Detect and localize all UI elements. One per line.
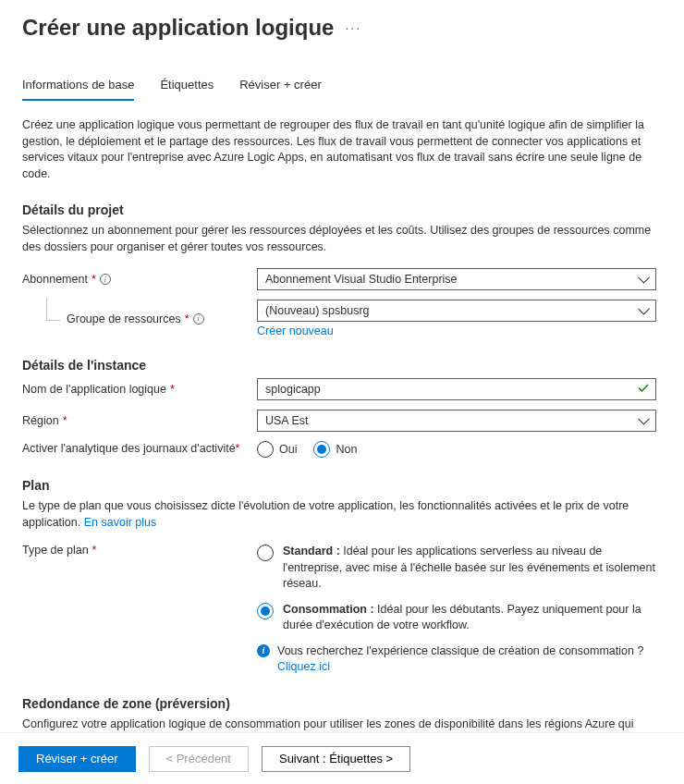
tab-basics[interactable]: Informations de base [22, 78, 134, 101]
more-icon[interactable]: ··· [345, 20, 361, 35]
radio-icon [257, 603, 274, 619]
zone-redundancy-desc: Configurez votre application logique de … [22, 717, 662, 733]
intro-text: Créez une application logique vous perme… [22, 117, 662, 182]
info-icon[interactable]: i [100, 274, 111, 285]
click-here-link[interactable]: Cliquez ici [277, 660, 330, 673]
review-create-button[interactable]: Réviser + créer [18, 746, 136, 772]
tab-review[interactable]: Réviser + créer [239, 78, 322, 101]
info-icon[interactable]: i [193, 313, 204, 325]
project-details-heading: Détails du projet [22, 202, 662, 217]
page-title: Créer une application logique ··· [22, 15, 662, 41]
subscription-label: Abonnement* i [22, 273, 257, 286]
app-name-label: Nom de l'application logique * [22, 383, 257, 396]
page-title-text: Créer une application logique [22, 15, 334, 41]
plan-heading: Plan [22, 478, 662, 493]
tabs: Informations de base Étiquettes Réviser … [22, 78, 662, 101]
plan-type-label: Type de plan* [22, 544, 257, 557]
radio-icon [257, 441, 274, 458]
previous-button: < Précédent [149, 746, 249, 772]
radio-icon [257, 545, 274, 561]
check-icon [637, 382, 650, 398]
tab-tags[interactable]: Étiquettes [160, 78, 214, 101]
region-select[interactable]: USA Est [257, 410, 656, 432]
plan-desc: Le type de plan que vous choisissez dict… [22, 498, 662, 531]
app-name-input[interactable]: splogicapp [257, 378, 656, 400]
radio-icon [313, 441, 330, 458]
info-icon: i [257, 644, 270, 657]
log-analytics-no[interactable]: Non [313, 441, 357, 458]
log-analytics-radio-group: Oui Non [257, 441, 656, 458]
plan-standard-option[interactable]: Standard : Idéal pour les applications s… [257, 544, 656, 593]
region-label: Région* [22, 414, 257, 427]
project-details-desc: Sélectionnez un abonnement pour gérer le… [22, 223, 662, 255]
log-analytics-label: Activer l'analytique des journaux d'acti… [22, 441, 257, 456]
resource-group-label: Groupe de ressources* i [22, 312, 257, 325]
subscription-select[interactable]: Abonnement Visual Studio Enterprise [257, 268, 656, 290]
next-button[interactable]: Suivant : Étiquettes > [262, 746, 410, 772]
plan-consumption-option[interactable]: Consommation : Idéal pour les débutants.… [257, 602, 656, 634]
classic-info: i Vous recherchez l'expérience classique… [257, 643, 656, 676]
log-analytics-yes[interactable]: Oui [257, 441, 297, 458]
learn-more-link[interactable]: En savoir plus [84, 516, 157, 529]
resource-group-select[interactable]: (Nouveau) spsbusrg [257, 300, 656, 322]
zone-redundancy-heading: Redondance de zone (préversion) [22, 696, 662, 711]
create-new-link[interactable]: Créer nouveau [257, 325, 334, 337]
footer: Réviser + créer < Précédent Suivant : Ét… [0, 732, 684, 784]
instance-details-heading: Détails de l'instance [22, 358, 662, 373]
